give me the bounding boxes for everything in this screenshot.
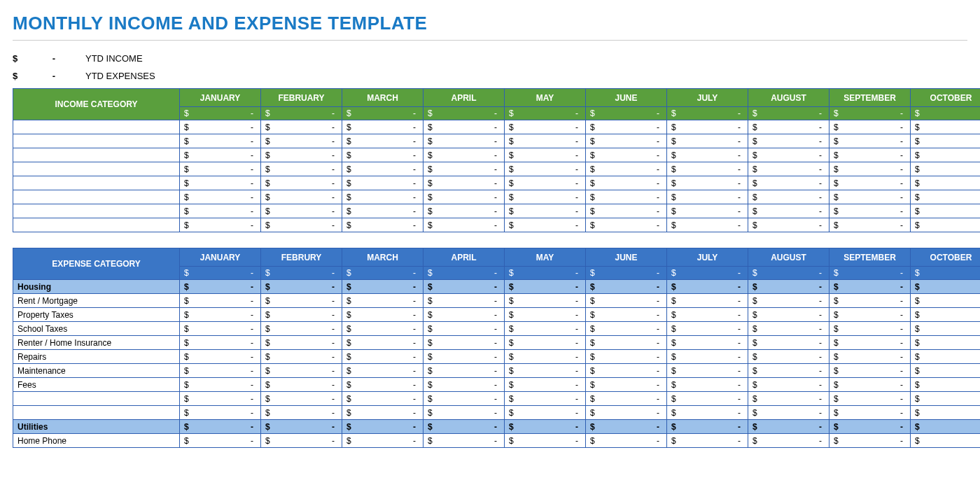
money-cell[interactable]: $- [424, 420, 505, 434]
money-cell[interactable]: $- [180, 406, 261, 420]
money-cell[interactable]: $- [586, 218, 667, 232]
money-cell[interactable]: $- [180, 420, 261, 434]
money-cell[interactable]: $- [667, 364, 748, 378]
money-cell[interactable]: $- [505, 378, 586, 392]
money-cell[interactable]: $- [505, 406, 586, 420]
money-cell[interactable]: $- [505, 336, 586, 350]
money-cell[interactable]: $- [180, 218, 261, 232]
money-cell[interactable]: $- [748, 162, 830, 176]
money-cell[interactable]: $- [180, 176, 261, 190]
money-cell[interactable]: $- [667, 190, 748, 204]
money-cell[interactable]: $- [424, 308, 505, 322]
money-cell[interactable]: $- [424, 190, 505, 204]
money-cell[interactable]: $- [830, 392, 911, 406]
money-cell[interactable]: $- [424, 148, 505, 162]
money-cell[interactable]: $- [180, 392, 261, 406]
money-cell[interactable]: $- [261, 267, 342, 280]
expense-category-cell[interactable]: Property Taxes [13, 308, 180, 322]
money-cell[interactable]: $- [911, 406, 981, 420]
money-cell[interactable]: $- [830, 162, 911, 176]
money-cell[interactable]: $- [505, 294, 586, 308]
money-cell[interactable]: $- [424, 350, 505, 364]
money-cell[interactable]: $- [911, 350, 981, 364]
money-cell[interactable]: $- [667, 336, 748, 350]
money-cell[interactable]: $- [424, 107, 505, 120]
money-cell[interactable]: $- [586, 120, 667, 134]
money-cell[interactable]: $- [748, 267, 830, 280]
money-cell[interactable]: $- [424, 406, 505, 420]
money-cell[interactable]: $- [911, 434, 981, 448]
money-cell[interactable]: $- [667, 267, 748, 280]
income-category-cell[interactable] [13, 162, 180, 176]
expense-category-cell[interactable]: Rent / Mortgage [13, 294, 180, 308]
money-cell[interactable]: $- [748, 134, 830, 148]
money-cell[interactable]: $- [505, 120, 586, 134]
money-cell[interactable]: $- [586, 162, 667, 176]
income-table[interactable]: INCOME CATEGORY JANUARYFEBRUARYMARCHAPRI… [13, 88, 980, 232]
money-cell[interactable]: $- [586, 190, 667, 204]
money-cell[interactable]: $- [830, 294, 911, 308]
money-cell[interactable]: $- [505, 392, 586, 406]
money-cell[interactable]: $- [667, 162, 748, 176]
money-cell[interactable]: $- [830, 280, 911, 294]
money-cell[interactable]: $- [830, 336, 911, 350]
money-cell[interactable]: $- [667, 280, 748, 294]
money-cell[interactable]: $- [505, 420, 586, 434]
money-cell[interactable]: $- [180, 120, 261, 134]
money-cell[interactable]: $- [748, 308, 830, 322]
money-cell[interactable]: $- [180, 190, 261, 204]
money-cell[interactable]: $- [911, 308, 981, 322]
money-cell[interactable]: $- [505, 267, 586, 280]
income-category-cell[interactable] [13, 218, 180, 232]
money-cell[interactable]: $- [586, 267, 667, 280]
money-cell[interactable]: $- [505, 350, 586, 364]
money-cell[interactable]: $- [830, 176, 911, 190]
income-category-cell[interactable] [13, 190, 180, 204]
money-cell[interactable]: $- [748, 280, 830, 294]
money-cell[interactable]: $- [748, 107, 830, 120]
money-cell[interactable]: $- [830, 350, 911, 364]
money-cell[interactable]: $- [830, 420, 911, 434]
money-cell[interactable]: $- [586, 148, 667, 162]
money-cell[interactable]: $- [911, 267, 981, 280]
money-cell[interactable]: $- [667, 176, 748, 190]
money-cell[interactable]: $- [342, 350, 424, 364]
money-cell[interactable]: $- [667, 378, 748, 392]
expense-category-cell[interactable]: Home Phone [13, 434, 180, 448]
money-cell[interactable]: $- [261, 107, 342, 120]
money-cell[interactable]: $- [342, 294, 424, 308]
expense-category-cell[interactable] [13, 406, 180, 420]
money-cell[interactable]: $- [505, 176, 586, 190]
money-cell[interactable]: $- [911, 378, 981, 392]
money-cell[interactable]: $- [748, 378, 830, 392]
money-cell[interactable]: $- [911, 204, 981, 218]
money-cell[interactable]: $- [830, 322, 911, 336]
expense-category-cell[interactable]: School Taxes [13, 322, 180, 336]
money-cell[interactable]: $- [911, 120, 981, 134]
money-cell[interactable]: $- [261, 434, 342, 448]
money-cell[interactable]: $- [261, 322, 342, 336]
money-cell[interactable]: $- [180, 336, 261, 350]
income-category-cell[interactable] [13, 176, 180, 190]
money-cell[interactable]: $- [424, 134, 505, 148]
money-cell[interactable]: $- [911, 336, 981, 350]
money-cell[interactable]: $- [180, 267, 261, 280]
money-cell[interactable]: $- [342, 162, 424, 176]
money-cell[interactable]: $- [911, 148, 981, 162]
money-cell[interactable]: $- [586, 350, 667, 364]
money-cell[interactable]: $- [261, 134, 342, 148]
money-cell[interactable]: $- [586, 294, 667, 308]
money-cell[interactable]: $- [667, 134, 748, 148]
money-cell[interactable]: $- [424, 162, 505, 176]
money-cell[interactable]: $- [342, 336, 424, 350]
money-cell[interactable]: $- [586, 406, 667, 420]
money-cell[interactable]: $- [342, 420, 424, 434]
expense-category-cell[interactable]: Maintenance [13, 364, 180, 378]
money-cell[interactable]: $- [505, 364, 586, 378]
money-cell[interactable]: $- [342, 107, 424, 120]
money-cell[interactable]: $- [342, 406, 424, 420]
money-cell[interactable]: $- [911, 134, 981, 148]
money-cell[interactable]: $- [911, 162, 981, 176]
money-cell[interactable]: $- [342, 218, 424, 232]
money-cell[interactable]: $- [586, 420, 667, 434]
